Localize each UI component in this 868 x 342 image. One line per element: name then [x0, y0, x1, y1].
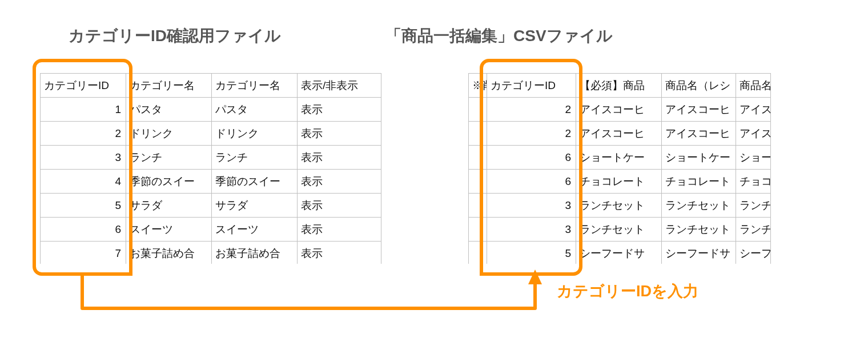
cell-id: 2: [41, 122, 126, 146]
cell-name2: スイーツ: [212, 218, 298, 242]
cell-name2: サラダ: [212, 194, 298, 218]
col-header: 表示/非表示: [298, 74, 382, 98]
cell-del: [469, 146, 487, 170]
cell-p2: ランチセット: [662, 218, 736, 242]
category-id-table: カテゴリーID カテゴリー名 カテゴリー名 表示/非表示 1 パスタ パスタ 表…: [40, 73, 381, 264]
cell-p2: ショートケー: [662, 146, 736, 170]
cell-del: [469, 194, 487, 218]
cell-id: 6: [487, 170, 576, 194]
table-row: 6 チョコレート チョコレート チョコレート: [469, 170, 771, 194]
cell-p3: シーフードサ: [736, 242, 771, 264]
cell-vis: 表示: [298, 242, 382, 264]
cell-p2: チョコレート: [662, 170, 736, 194]
cell-id: 4: [41, 170, 126, 194]
col-header: 【必須】商品: [576, 74, 662, 98]
cell-name2: お菓子詰め合: [212, 242, 298, 264]
cell-id: 6: [487, 146, 576, 170]
table-row: 2 アイスコーヒ アイスコーヒ アイスコーヒ: [469, 98, 771, 122]
cell-del: [469, 218, 487, 242]
svg-marker-0: [528, 269, 542, 284]
cell-p3: ランチセット: [736, 194, 771, 218]
table-row: 2 ドリンク ドリンク 表示: [41, 122, 382, 146]
cell-p1: ランチセット: [576, 218, 662, 242]
cell-name1: ドリンク: [126, 122, 212, 146]
cell-name1: お菓子詰め合: [126, 242, 212, 264]
cell-p3: ショートケー: [736, 146, 771, 170]
col-header: カテゴリーID: [41, 74, 126, 98]
cell-name2: パスタ: [212, 98, 298, 122]
cell-p1: アイスコーヒ: [576, 122, 662, 146]
col-header: カテゴリーID: [487, 74, 576, 98]
cell-id: 5: [487, 242, 576, 264]
cell-p2: ランチセット: [662, 194, 736, 218]
cell-del: [469, 122, 487, 146]
cell-p2: アイスコーヒ: [662, 122, 736, 146]
cell-name2: ドリンク: [212, 122, 298, 146]
cell-p3: アイスコーヒ: [736, 98, 771, 122]
table-row: 3 ランチセット ランチセット ランチセット: [469, 194, 771, 218]
table-row: 6 スイーツ スイーツ 表示: [41, 218, 382, 242]
right-title: 「商品一括編集」CSVファイル: [385, 25, 613, 47]
cell-id: 3: [487, 218, 576, 242]
product-csv-table: ※削 カテゴリーID 【必須】商品 商品名（レシ 商品名（商品 2 アイスコーヒ…: [468, 73, 771, 264]
cell-p2: シーフードサ: [662, 242, 736, 264]
connector-arrow-icon: [33, 263, 584, 325]
table-header-row: ※削 カテゴリーID 【必須】商品 商品名（レシ 商品名（商品: [469, 74, 771, 98]
cell-p3: チョコレート: [736, 170, 771, 194]
cell-id: 2: [487, 98, 576, 122]
cell-del: [469, 170, 487, 194]
cell-del: [469, 98, 487, 122]
cell-name1: 季節のスイー: [126, 170, 212, 194]
cell-vis: 表示: [298, 218, 382, 242]
cell-name1: ランチ: [126, 146, 212, 170]
cell-p3: ランチセット: [736, 218, 771, 242]
cell-p1: アイスコーヒ: [576, 98, 662, 122]
cell-name1: スイーツ: [126, 218, 212, 242]
cell-name1: サラダ: [126, 194, 212, 218]
cell-p2: アイスコーヒ: [662, 98, 736, 122]
cell-vis: 表示: [298, 170, 382, 194]
table-row: 6 ショートケー ショートケー ショートケー: [469, 146, 771, 170]
callout-text: カテゴリーIDを入力: [557, 281, 698, 301]
cell-p1: シーフードサ: [576, 242, 662, 264]
table-row: 5 サラダ サラダ 表示: [41, 194, 382, 218]
col-header: カテゴリー名: [126, 74, 212, 98]
table-row: 3 ランチ ランチ 表示: [41, 146, 382, 170]
cell-vis: 表示: [298, 194, 382, 218]
table-header-row: カテゴリーID カテゴリー名 カテゴリー名 表示/非表示: [41, 74, 382, 98]
table-row: 3 ランチセット ランチセット ランチセット: [469, 218, 771, 242]
cell-p1: チョコレート: [576, 170, 662, 194]
col-header: カテゴリー名: [212, 74, 298, 98]
table-row: 5 シーフードサ シーフードサ シーフードサ: [469, 242, 771, 264]
table-row: 7 お菓子詰め合 お菓子詰め合 表示: [41, 242, 382, 264]
cell-vis: 表示: [298, 146, 382, 170]
col-header: 商品名（レシ: [662, 74, 736, 98]
cell-id: 3: [41, 146, 126, 170]
cell-id: 6: [41, 218, 126, 242]
cell-vis: 表示: [298, 98, 382, 122]
cell-p1: ショートケー: [576, 146, 662, 170]
cell-id: 5: [41, 194, 126, 218]
cell-p1: ランチセット: [576, 194, 662, 218]
cell-id: 1: [41, 98, 126, 122]
table-row: 4 季節のスイー 季節のスイー 表示: [41, 170, 382, 194]
cell-p3: アイスコーヒ: [736, 122, 771, 146]
cell-name1: パスタ: [126, 98, 212, 122]
cell-id: 2: [487, 122, 576, 146]
table-row: 1 パスタ パスタ 表示: [41, 98, 382, 122]
cell-name2: ランチ: [212, 146, 298, 170]
cell-del: [469, 242, 487, 264]
table-row: 2 アイスコーヒ アイスコーヒ アイスコーヒ: [469, 122, 771, 146]
left-title: カテゴリーID確認用ファイル: [69, 25, 281, 47]
cell-vis: 表示: [298, 122, 382, 146]
cell-id: 7: [41, 242, 126, 264]
cell-id: 3: [487, 194, 576, 218]
col-header: 商品名（商品: [736, 74, 771, 98]
col-header: ※削: [469, 74, 487, 98]
cell-name2: 季節のスイー: [212, 170, 298, 194]
